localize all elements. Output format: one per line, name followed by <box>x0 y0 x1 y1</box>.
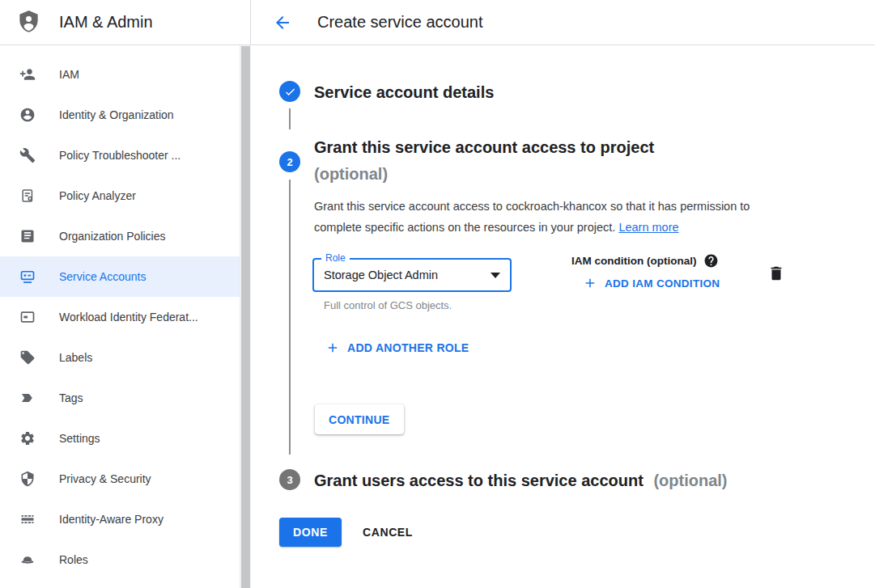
account-circle-icon <box>19 107 36 123</box>
document-icon <box>19 228 36 244</box>
wrench-icon <box>19 147 36 163</box>
sidebar-item-organization-policies[interactable]: Organization Policies <box>0 216 240 256</box>
label-icon <box>19 349 36 366</box>
cancel-button[interactable]: CANCEL <box>350 518 426 547</box>
sidebar-item-label: Policy Troubleshooter ... <box>59 149 181 162</box>
plus-icon <box>583 276 597 290</box>
role-select[interactable]: Role Storage Object Admin <box>312 258 512 292</box>
add-iam-condition-label: ADD IAM CONDITION <box>605 277 720 290</box>
sidebar-item-tags[interactable]: Tags <box>0 378 240 418</box>
role-helper-text: Full control of GCS objects. <box>324 299 452 311</box>
step1-title: Service account details <box>314 79 494 106</box>
sidebar-item-label: IAM <box>59 68 79 81</box>
step2-number: 2 <box>287 156 292 168</box>
service-account-icon <box>19 269 36 285</box>
role-field-label: Role <box>321 252 350 264</box>
step2-optional-label: (optional) <box>314 161 751 188</box>
learn-more-link[interactable]: Learn more <box>618 221 678 234</box>
delete-role-trash-icon[interactable] <box>767 264 785 283</box>
sidebar-item-identity-aware-proxy[interactable]: Identity-Aware Proxy <box>0 499 240 539</box>
step-connector-line <box>289 108 291 129</box>
dropdown-caret-icon <box>491 273 500 278</box>
add-another-role-label: ADD ANOTHER ROLE <box>347 341 469 354</box>
sidebar-item-label: Settings <box>59 432 100 445</box>
iam-shield-icon <box>18 11 40 34</box>
role-selected-value: Storage Object Admin <box>324 269 491 281</box>
step2-description: Grant this service account access to coc… <box>314 196 800 238</box>
person-add-icon <box>19 66 36 82</box>
sidebar-scrollbar-thumb[interactable] <box>241 46 250 588</box>
iam-condition-section: IAM condition (optional) <box>571 253 719 269</box>
sidebar-item-label: Policy Analyzer <box>59 189 136 202</box>
gear-icon <box>19 430 36 446</box>
page-title: Create service account <box>317 13 483 32</box>
sidebar-item-label: Service Accounts <box>59 270 146 283</box>
top-app-bar: IAM & Admin Create service account <box>0 0 875 45</box>
step3-optional-label: (optional) <box>653 472 727 489</box>
step1-completed-check-icon <box>279 81 300 102</box>
continue-button[interactable]: CONTINUE <box>315 404 404 434</box>
proxy-icon <box>19 511 36 527</box>
policy-analyzer-icon <box>19 188 36 204</box>
sidebar-item-iam[interactable]: IAM <box>0 54 240 95</box>
step2-description-text: Grant this service account access to coc… <box>314 200 750 234</box>
create-service-account-form: Service account details 2 Grant this ser… <box>251 45 875 588</box>
sidebar-item-label: Identity-Aware Proxy <box>59 513 164 526</box>
sidebar-item-label: Tags <box>59 391 83 404</box>
sidebar-item-policy-analyzer[interactable]: Policy Analyzer <box>0 176 240 216</box>
sidebar-item-settings[interactable]: Settings <box>0 418 240 459</box>
sidebar-scrollbar-track <box>240 45 251 588</box>
sidebar-item-labels[interactable]: Labels <box>0 337 240 378</box>
step3-number-badge: 3 <box>279 469 300 490</box>
sidebar-item-label: Workload Identity Federat... <box>59 311 198 324</box>
roles-hat-icon <box>19 552 36 568</box>
step-connector-line <box>289 180 291 455</box>
step2-title-text: Grant this service account access to pro… <box>314 138 654 156</box>
help-icon[interactable] <box>703 253 719 269</box>
sidebar-item-identity-organization[interactable]: Identity & Organization <box>0 95 240 135</box>
step3-title-text: Grant users access to this service accou… <box>314 472 644 489</box>
step3-number: 3 <box>287 474 292 486</box>
sidebar-item-service-accounts[interactable]: Service Accounts <box>0 256 240 297</box>
id-card-icon <box>19 309 36 325</box>
product-name: IAM & Admin <box>59 13 153 32</box>
back-arrow-icon[interactable] <box>273 13 292 32</box>
done-button[interactable]: DONE <box>279 518 342 547</box>
sidebar-item-label: Roles <box>59 553 88 566</box>
iam-condition-label: IAM condition (optional) <box>571 255 696 267</box>
sidebar-item-label: Organization Policies <box>59 230 166 243</box>
add-iam-condition-button[interactable]: ADD IAM CONDITION <box>583 276 720 290</box>
add-another-role-button[interactable]: ADD ANOTHER ROLE <box>325 341 469 355</box>
step2-number-badge: 2 <box>279 151 300 172</box>
sidebar-item-privacy-security[interactable]: Privacy & Security <box>0 459 240 499</box>
sidebar-item-label: Privacy & Security <box>59 472 151 485</box>
sidebar-nav: IAM Identity & Organization Policy Troub… <box>0 45 240 588</box>
step3-title: Grant users access to this service accou… <box>314 467 728 494</box>
sidebar-item-label: Labels <box>59 351 92 364</box>
sidebar-item-label: Identity & Organization <box>59 108 174 121</box>
tag-icon <box>19 390 36 406</box>
shield-icon <box>19 471 36 487</box>
product-header: IAM & Admin <box>0 0 251 44</box>
sidebar-item-policy-troubleshooter[interactable]: Policy Troubleshooter ... <box>0 135 240 176</box>
sidebar-item-workload-identity-federation[interactable]: Workload Identity Federat... <box>0 297 240 337</box>
page-header: Create service account <box>251 0 875 44</box>
sidebar-item-roles[interactable]: Roles <box>0 539 240 580</box>
step2-title: Grant this service account access to pro… <box>314 134 751 188</box>
plus-icon <box>325 341 340 355</box>
